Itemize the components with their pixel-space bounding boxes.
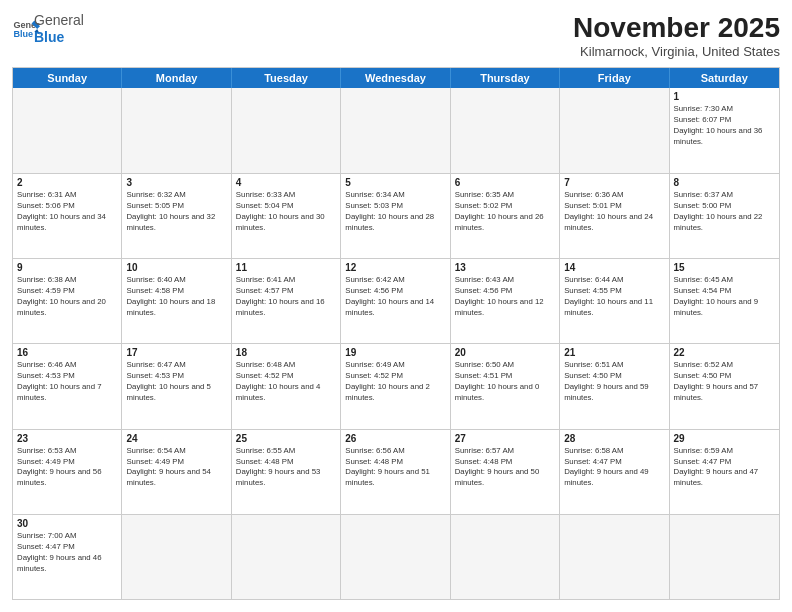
day-info: Sunrise: 6:50 AM Sunset: 4:51 PM Dayligh… xyxy=(455,360,555,404)
day-cell-13: 13Sunrise: 6:43 AM Sunset: 4:56 PM Dayli… xyxy=(451,259,560,343)
day-cell-17: 17Sunrise: 6:47 AM Sunset: 4:53 PM Dayli… xyxy=(122,344,231,428)
day-number: 15 xyxy=(674,262,775,273)
calendar-row-5: 23Sunrise: 6:53 AM Sunset: 4:49 PM Dayli… xyxy=(13,429,779,514)
day-info: Sunrise: 6:46 AM Sunset: 4:53 PM Dayligh… xyxy=(17,360,117,404)
logo: General Blue General Blue xyxy=(12,12,84,46)
weekday-header-thursday: Thursday xyxy=(451,68,560,88)
day-number: 20 xyxy=(455,347,555,358)
calendar-row-4: 16Sunrise: 6:46 AM Sunset: 4:53 PM Dayli… xyxy=(13,343,779,428)
day-cell-22: 22Sunrise: 6:52 AM Sunset: 4:50 PM Dayli… xyxy=(670,344,779,428)
day-number: 25 xyxy=(236,433,336,444)
day-number: 14 xyxy=(564,262,664,273)
day-cell-empty xyxy=(341,88,450,173)
title-block: November 2025 Kilmarnock, Virginia, Unit… xyxy=(573,12,780,59)
weekday-header-friday: Friday xyxy=(560,68,669,88)
day-cell-27: 27Sunrise: 6:57 AM Sunset: 4:48 PM Dayli… xyxy=(451,430,560,514)
day-number: 9 xyxy=(17,262,117,273)
day-cell-empty xyxy=(560,515,669,599)
calendar-row-2: 2Sunrise: 6:31 AM Sunset: 5:06 PM Daylig… xyxy=(13,173,779,258)
day-number: 4 xyxy=(236,177,336,188)
day-info: Sunrise: 6:55 AM Sunset: 4:48 PM Dayligh… xyxy=(236,446,336,490)
day-number: 26 xyxy=(345,433,445,444)
day-cell-2: 2Sunrise: 6:31 AM Sunset: 5:06 PM Daylig… xyxy=(13,174,122,258)
day-info: Sunrise: 6:49 AM Sunset: 4:52 PM Dayligh… xyxy=(345,360,445,404)
day-cell-28: 28Sunrise: 6:58 AM Sunset: 4:47 PM Dayli… xyxy=(560,430,669,514)
day-number: 2 xyxy=(17,177,117,188)
day-info: Sunrise: 6:31 AM Sunset: 5:06 PM Dayligh… xyxy=(17,190,117,234)
day-info: Sunrise: 6:48 AM Sunset: 4:52 PM Dayligh… xyxy=(236,360,336,404)
day-cell-empty xyxy=(13,88,122,173)
day-info: Sunrise: 6:37 AM Sunset: 5:00 PM Dayligh… xyxy=(674,190,775,234)
day-cell-empty xyxy=(670,515,779,599)
day-cell-empty xyxy=(232,515,341,599)
logo-general: General xyxy=(34,12,84,29)
day-info: Sunrise: 6:51 AM Sunset: 4:50 PM Dayligh… xyxy=(564,360,664,404)
day-number: 18 xyxy=(236,347,336,358)
day-cell-empty xyxy=(560,88,669,173)
day-number: 24 xyxy=(126,433,226,444)
svg-text:Blue: Blue xyxy=(13,29,33,39)
day-info: Sunrise: 6:54 AM Sunset: 4:49 PM Dayligh… xyxy=(126,446,226,490)
logo-blue: Blue xyxy=(34,29,84,46)
day-number: 28 xyxy=(564,433,664,444)
day-cell-8: 8Sunrise: 6:37 AM Sunset: 5:00 PM Daylig… xyxy=(670,174,779,258)
weekday-header-tuesday: Tuesday xyxy=(232,68,341,88)
day-cell-30: 30Sunrise: 7:00 AM Sunset: 4:47 PM Dayli… xyxy=(13,515,122,599)
day-info: Sunrise: 6:47 AM Sunset: 4:53 PM Dayligh… xyxy=(126,360,226,404)
weekday-header-monday: Monday xyxy=(122,68,231,88)
day-cell-16: 16Sunrise: 6:46 AM Sunset: 4:53 PM Dayli… xyxy=(13,344,122,428)
day-number: 21 xyxy=(564,347,664,358)
day-info: Sunrise: 6:43 AM Sunset: 4:56 PM Dayligh… xyxy=(455,275,555,319)
day-info: Sunrise: 6:44 AM Sunset: 4:55 PM Dayligh… xyxy=(564,275,664,319)
day-number: 16 xyxy=(17,347,117,358)
calendar: SundayMondayTuesdayWednesdayThursdayFrid… xyxy=(12,67,780,600)
calendar-row-3: 9Sunrise: 6:38 AM Sunset: 4:59 PM Daylig… xyxy=(13,258,779,343)
day-number: 27 xyxy=(455,433,555,444)
day-info: Sunrise: 6:32 AM Sunset: 5:05 PM Dayligh… xyxy=(126,190,226,234)
day-info: Sunrise: 6:45 AM Sunset: 4:54 PM Dayligh… xyxy=(674,275,775,319)
day-cell-12: 12Sunrise: 6:42 AM Sunset: 4:56 PM Dayli… xyxy=(341,259,450,343)
day-cell-empty xyxy=(451,88,560,173)
day-cell-19: 19Sunrise: 6:49 AM Sunset: 4:52 PM Dayli… xyxy=(341,344,450,428)
day-cell-23: 23Sunrise: 6:53 AM Sunset: 4:49 PM Dayli… xyxy=(13,430,122,514)
day-cell-18: 18Sunrise: 6:48 AM Sunset: 4:52 PM Dayli… xyxy=(232,344,341,428)
day-info: Sunrise: 6:57 AM Sunset: 4:48 PM Dayligh… xyxy=(455,446,555,490)
day-number: 22 xyxy=(674,347,775,358)
day-info: Sunrise: 6:34 AM Sunset: 5:03 PM Dayligh… xyxy=(345,190,445,234)
page: General Blue General Blue November 2025 … xyxy=(0,0,792,612)
day-cell-11: 11Sunrise: 6:41 AM Sunset: 4:57 PM Dayli… xyxy=(232,259,341,343)
calendar-body: 1Sunrise: 7:30 AM Sunset: 6:07 PM Daylig… xyxy=(13,88,779,599)
day-cell-25: 25Sunrise: 6:55 AM Sunset: 4:48 PM Dayli… xyxy=(232,430,341,514)
day-cell-9: 9Sunrise: 6:38 AM Sunset: 4:59 PM Daylig… xyxy=(13,259,122,343)
day-cell-26: 26Sunrise: 6:56 AM Sunset: 4:48 PM Dayli… xyxy=(341,430,450,514)
day-cell-29: 29Sunrise: 6:59 AM Sunset: 4:47 PM Dayli… xyxy=(670,430,779,514)
day-number: 3 xyxy=(126,177,226,188)
weekday-header-saturday: Saturday xyxy=(670,68,779,88)
day-cell-empty xyxy=(232,88,341,173)
calendar-header: SundayMondayTuesdayWednesdayThursdayFrid… xyxy=(13,68,779,88)
day-cell-empty xyxy=(122,515,231,599)
day-number: 11 xyxy=(236,262,336,273)
day-info: Sunrise: 6:58 AM Sunset: 4:47 PM Dayligh… xyxy=(564,446,664,490)
day-number: 19 xyxy=(345,347,445,358)
day-info: Sunrise: 6:52 AM Sunset: 4:50 PM Dayligh… xyxy=(674,360,775,404)
day-info: Sunrise: 7:00 AM Sunset: 4:47 PM Dayligh… xyxy=(17,531,117,575)
day-info: Sunrise: 6:38 AM Sunset: 4:59 PM Dayligh… xyxy=(17,275,117,319)
day-cell-empty xyxy=(341,515,450,599)
day-cell-5: 5Sunrise: 6:34 AM Sunset: 5:03 PM Daylig… xyxy=(341,174,450,258)
day-cell-4: 4Sunrise: 6:33 AM Sunset: 5:04 PM Daylig… xyxy=(232,174,341,258)
weekday-header-wednesday: Wednesday xyxy=(341,68,450,88)
day-number: 29 xyxy=(674,433,775,444)
month-title: November 2025 xyxy=(573,12,780,44)
day-info: Sunrise: 6:40 AM Sunset: 4:58 PM Dayligh… xyxy=(126,275,226,319)
day-cell-14: 14Sunrise: 6:44 AM Sunset: 4:55 PM Dayli… xyxy=(560,259,669,343)
day-number: 7 xyxy=(564,177,664,188)
day-cell-empty xyxy=(122,88,231,173)
day-cell-21: 21Sunrise: 6:51 AM Sunset: 4:50 PM Dayli… xyxy=(560,344,669,428)
day-number: 17 xyxy=(126,347,226,358)
day-cell-3: 3Sunrise: 6:32 AM Sunset: 5:05 PM Daylig… xyxy=(122,174,231,258)
day-cell-20: 20Sunrise: 6:50 AM Sunset: 4:51 PM Dayli… xyxy=(451,344,560,428)
day-info: Sunrise: 6:36 AM Sunset: 5:01 PM Dayligh… xyxy=(564,190,664,234)
day-number: 30 xyxy=(17,518,117,529)
header: General Blue General Blue November 2025 … xyxy=(12,12,780,59)
